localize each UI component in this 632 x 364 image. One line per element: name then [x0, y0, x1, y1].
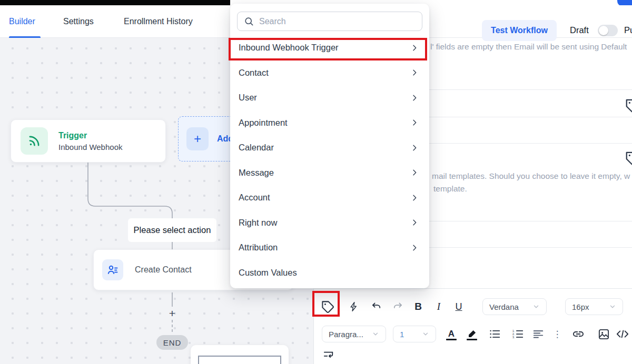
paragraph-style-value: Paragra...: [329, 330, 363, 339]
menu-item-label: Contact: [239, 68, 269, 78]
rich-text-editor-toolbar: B I U Verdana 16px Paragra... 1 A: [313, 288, 632, 364]
trigger-node[interactable]: Trigger Inbound Webhook: [11, 119, 166, 163]
svg-text:2.: 2.: [512, 332, 515, 336]
insert-link-button[interactable]: [569, 325, 588, 343]
chevron-right-icon: [410, 194, 419, 202]
menu-item-label: Message: [239, 168, 274, 178]
more-options-button[interactable]: ⋮: [548, 325, 567, 343]
code-view-button[interactable]: [613, 325, 632, 343]
menu-item-account[interactable]: Account: [230, 185, 429, 210]
add-step-plus-glyph: +: [169, 307, 175, 320]
chevron-right-icon: [410, 44, 419, 52]
template-helper-line2: template.: [433, 184, 467, 194]
menu-item-label: Appointment: [239, 118, 288, 128]
menu-item-appointment[interactable]: Appointment: [230, 110, 429, 136]
list-level-select[interactable]: 1: [393, 326, 436, 342]
tab-settings-label: Settings: [63, 17, 94, 26]
menu-item-inbound-webhook-trigger[interactable]: Inbound Webhook Trigger: [230, 35, 429, 60]
svg-text:3.: 3.: [512, 336, 515, 339]
paragraph-style-select[interactable]: Paragra...: [322, 326, 386, 342]
menu-item-message[interactable]: Message: [230, 160, 429, 186]
undo-button[interactable]: [367, 297, 386, 316]
svg-text:1.: 1.: [512, 329, 515, 332]
list-level-value: 1: [400, 330, 404, 339]
end-node: END: [156, 335, 188, 350]
add-step-plus-button[interactable]: +: [167, 308, 177, 319]
custom-value-tag-icon[interactable]: [625, 150, 632, 166]
toggle-knob: [599, 26, 608, 35]
bold-button[interactable]: B: [409, 297, 428, 316]
insert-image-button[interactable]: [594, 325, 613, 343]
text-color-A: A: [448, 329, 455, 339]
chevron-down-icon: [372, 330, 379, 338]
add-new-trigger-button[interactable]: + Add: [178, 116, 237, 161]
create-contact-label: Create Contact: [135, 265, 192, 275]
trigger-node-title: Trigger: [58, 131, 123, 140]
publish-toggle[interactable]: [598, 25, 618, 36]
menu-item-user[interactable]: User: [230, 85, 429, 110]
custom-value-tag-icon[interactable]: [625, 98, 632, 114]
plus-icon: +: [186, 127, 209, 150]
numbered-list-button[interactable]: 1. 2. 3.: [508, 325, 527, 343]
trigger-node-subtitle: Inbound Webhook: [58, 143, 123, 151]
redo-button[interactable]: [388, 297, 407, 316]
menu-item-label: Right now: [239, 218, 277, 228]
menu-item-label: Attribution: [239, 242, 278, 252]
email-helper-text: l' fields are empty then Email will be s…: [430, 42, 632, 52]
text-wrap-button[interactable]: [319, 346, 338, 364]
highlight-color-bar: [467, 339, 477, 340]
italic-button[interactable]: I: [429, 297, 448, 316]
trigger-picker-panel: Inbound Webhook Trigger Contact User App…: [230, 4, 429, 288]
highlighter-icon: [467, 329, 477, 339]
menu-item-custom-values[interactable]: Custom Values: [230, 260, 429, 286]
trigger-link-lightning-button[interactable]: [344, 297, 363, 316]
template-helper-line1: mail templates. Should you choose to lea…: [432, 171, 630, 181]
publish-label: Publish: [624, 25, 632, 35]
bullet-list-button[interactable]: [485, 325, 504, 343]
menu-item-right-now[interactable]: Right now: [230, 210, 429, 236]
font-size-value: 16px: [572, 302, 589, 311]
top-dark-strip: [0, 0, 230, 5]
chevron-right-icon: [410, 118, 419, 127]
font-family-value: Verdana: [489, 302, 519, 311]
menu-item-label: Account: [239, 193, 270, 203]
font-family-select[interactable]: Verdana: [482, 298, 547, 315]
font-size-select[interactable]: 16px: [565, 298, 623, 315]
tab-settings[interactable]: Settings: [63, 5, 100, 38]
menu-item-label: Custom Values: [239, 268, 297, 278]
menu-item-label: Inbound Webhook Trigger: [239, 43, 339, 53]
trigger-search-input[interactable]: [259, 17, 407, 26]
webhook-trigger-icon: [21, 127, 48, 155]
bottom-partial-card: [191, 345, 289, 364]
menu-item-calendar[interactable]: Calendar: [230, 135, 429, 160]
tab-enrollment-history[interactable]: Enrollment History: [124, 5, 204, 38]
chevron-down-icon: [609, 303, 616, 310]
bottom-card-inner-rect: [198, 356, 281, 364]
underline-button[interactable]: U: [449, 297, 468, 316]
trigger-menu-list: Inbound Webhook Trigger Contact User App…: [230, 35, 429, 285]
chevron-down-icon: [422, 330, 429, 338]
align-button[interactable]: [529, 325, 548, 343]
end-node-label: END: [163, 338, 182, 347]
chevron-right-icon: [410, 244, 419, 252]
menu-item-contact[interactable]: Contact: [230, 60, 429, 86]
test-workflow-button[interactable]: Test Workflow: [482, 20, 557, 41]
menu-item-label: User: [239, 93, 257, 103]
highlight-color-button[interactable]: [462, 325, 481, 343]
please-select-action-label: Please select action: [128, 218, 216, 242]
tab-builder[interactable]: Builder: [9, 5, 41, 38]
chevron-right-icon: [410, 168, 419, 177]
trigger-node-texts: Trigger Inbound Webhook: [58, 131, 123, 151]
draft-label: Draft: [570, 25, 589, 35]
chevron-right-icon: [410, 218, 419, 227]
tab-builder-label: Builder: [9, 17, 35, 26]
insert-tag-button[interactable]: [318, 297, 337, 316]
text-color-button[interactable]: A: [442, 325, 461, 343]
chevron-right-icon: [410, 144, 419, 152]
chevron-right-icon: [410, 94, 419, 102]
chevron-down-icon: [532, 303, 540, 310]
trigger-search-box[interactable]: [237, 12, 422, 31]
create-contact-icon: [102, 259, 123, 280]
tab-enrollment-history-label: Enrollment History: [124, 17, 193, 26]
menu-item-attribution[interactable]: Attribution: [230, 235, 429, 260]
